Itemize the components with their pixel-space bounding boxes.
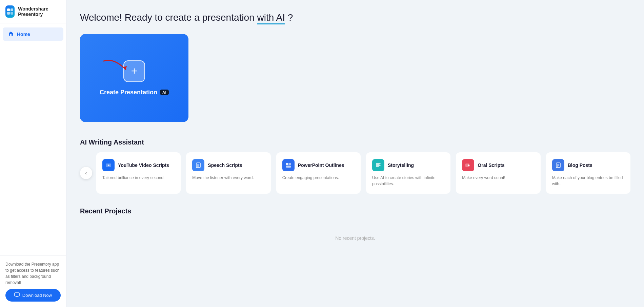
- sidebar-header: Wondershare Presentory: [0, 0, 66, 23]
- powerpoint-card-icon: [282, 159, 295, 171]
- arrow-decoration: [100, 54, 138, 78]
- speech-card-desc: Move the listener with every word.: [192, 175, 264, 181]
- speech-card-icon: [192, 159, 204, 171]
- prev-arrow-button[interactable]: ‹: [80, 167, 92, 179]
- chevron-left-icon: ‹: [85, 170, 87, 176]
- create-label: Create Presentation AI: [100, 89, 169, 96]
- sidebar: Wondershare Presentory Home Download the…: [0, 0, 66, 307]
- blog-card-title: Blog Posts: [568, 162, 592, 168]
- recent-projects-title: Recent Projects: [80, 207, 630, 215]
- sidebar-bottom: Download the Presentory app to get acces…: [0, 255, 66, 307]
- ai-highlight: with AI: [257, 12, 285, 23]
- monitor-icon: [14, 292, 20, 299]
- page-title: Welcome! Ready to create a presentation …: [80, 12, 630, 23]
- svg-rect-13: [289, 163, 291, 165]
- blog-card-desc: Make each of your blog entries be filled…: [552, 175, 624, 187]
- recent-projects-section: Recent Projects No recent projects.: [80, 207, 630, 254]
- sidebar-item-home[interactable]: Home: [3, 27, 63, 41]
- writing-cards-list: YouTube Video Scripts Tailored brillianc…: [96, 152, 630, 194]
- ai-writing-section: AI Writing Assistant ‹ YouTube Vid: [80, 138, 630, 194]
- svg-rect-14: [286, 166, 291, 168]
- youtube-card-desc: Tailored brilliance in every second.: [102, 175, 175, 181]
- svg-rect-1: [11, 8, 13, 11]
- writing-card-powerpoint[interactable]: PowerPoint Outlines Create engaging pres…: [276, 152, 361, 194]
- svg-rect-4: [15, 293, 19, 296]
- no-projects-message: No recent projects.: [80, 222, 630, 254]
- blog-card-icon: [552, 159, 564, 171]
- svg-rect-0: [7, 8, 10, 11]
- ai-badge: AI: [160, 90, 169, 95]
- oral-card-icon: [462, 159, 474, 171]
- svg-rect-3: [11, 12, 13, 15]
- writing-card-oral[interactable]: Oral Scripts Make every word count!: [456, 152, 540, 194]
- writing-card-blog[interactable]: Blog Posts Make each of your blog entrie…: [546, 152, 630, 194]
- writing-cards-wrapper: ‹ YouTube Video Scripts Tailored: [80, 152, 630, 194]
- home-icon: [8, 31, 14, 37]
- app-name: Wondershare Presentory: [18, 6, 61, 17]
- create-presentation-card[interactable]: + Create Presentation AI: [80, 34, 188, 122]
- main-content: Welcome! Ready to create a presentation …: [66, 0, 644, 307]
- app-logo: [5, 5, 15, 18]
- writing-card-youtube[interactable]: YouTube Video Scripts Tailored brillianc…: [96, 152, 181, 194]
- download-description: Download the Presentory app to get acces…: [5, 261, 61, 286]
- storytelling-card-icon: [372, 159, 384, 171]
- svg-rect-12: [286, 163, 288, 165]
- speech-card-title: Speech Scripts: [208, 162, 242, 168]
- writing-card-speech[interactable]: Speech Scripts Move the listener with ev…: [186, 152, 270, 194]
- powerpoint-card-title: PowerPoint Outlines: [298, 162, 344, 168]
- download-button[interactable]: Download Now: [5, 289, 61, 302]
- storytelling-card-title: Storytelling: [388, 162, 414, 168]
- ai-writing-title: AI Writing Assistant: [80, 138, 630, 146]
- writing-card-storytelling[interactable]: Storytelling Use AI to create stories wi…: [366, 152, 450, 194]
- svg-rect-2: [7, 12, 10, 15]
- youtube-card-icon: [102, 159, 115, 171]
- oral-card-desc: Make every word count!: [462, 175, 534, 181]
- sidebar-nav: Home: [0, 23, 66, 255]
- storytelling-card-desc: Use AI to create stories with infinite p…: [372, 175, 444, 187]
- powerpoint-card-desc: Create engaging presentations.: [282, 175, 355, 181]
- youtube-card-title: YouTube Video Scripts: [118, 162, 169, 168]
- oral-card-title: Oral Scripts: [478, 162, 504, 168]
